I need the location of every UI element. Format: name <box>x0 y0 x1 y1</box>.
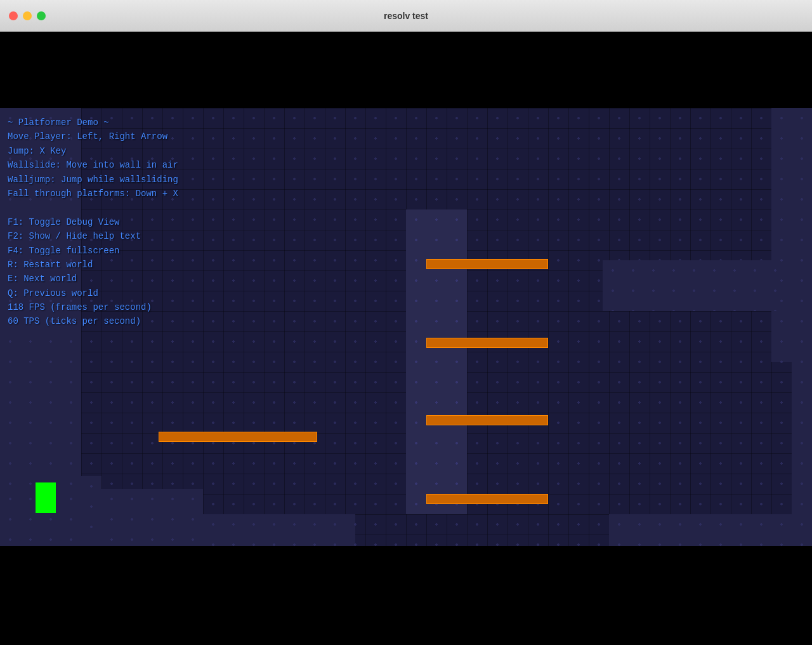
hud-line-9: R: Restart world <box>8 258 178 272</box>
game-area[interactable]: ~ Platformer Demo ~ Move Player: Left, R… <box>0 108 812 546</box>
orange-platform-4 <box>159 432 317 442</box>
hud-tps: 60 TPS (ticks per second) <box>8 314 178 328</box>
hud-spacer <box>8 201 178 215</box>
platform-floor-left <box>0 489 203 546</box>
hud-line-10: E: Next world <box>8 272 178 286</box>
hud-line-5: Fall through platforms: Down + X <box>8 187 178 201</box>
hud-overlay: ~ Platformer Demo ~ Move Player: Left, R… <box>8 116 178 329</box>
hud-line-1: Move Player: Left, Right Arrow <box>8 130 178 143</box>
window-title: resolv test <box>384 11 428 21</box>
orange-platform-5 <box>426 494 548 504</box>
maximize-button[interactable] <box>37 11 46 20</box>
titlebar: resolv test <box>0 0 812 32</box>
hud-line-2: Jump: X Key <box>8 144 178 158</box>
platform-right-upper <box>771 108 812 362</box>
close-button[interactable] <box>9 11 18 20</box>
hud-line-7: F2: Show / Hide help text <box>8 229 178 243</box>
top-black-bar <box>0 32 812 108</box>
platform-inner-left <box>81 476 102 546</box>
hud-line-0: ~ Platformer Demo ~ <box>8 116 178 130</box>
hud-line-3: Wallslide: Move into wall in air <box>8 158 178 172</box>
platform-floor-mid <box>203 514 355 546</box>
hud-fps: 118 FPS (frames per second) <box>8 300 178 314</box>
bottom-black-bar <box>0 546 812 645</box>
orange-platform-2 <box>426 338 548 348</box>
hud-line-6: F1: Toggle Debug View <box>8 215 178 229</box>
hud-line-4: Walljump: Jump while wallsliding <box>8 173 178 187</box>
player <box>36 482 56 513</box>
platform-top-right <box>603 260 780 311</box>
platform-floor-right <box>609 514 812 546</box>
hud-line-8: F4: Toggle fullscreen <box>8 244 178 258</box>
orange-platform-1 <box>426 259 548 269</box>
window-controls <box>9 11 46 20</box>
minimize-button[interactable] <box>23 11 32 20</box>
hud-line-11: Q: Previous world <box>8 286 178 300</box>
orange-platform-3 <box>426 415 548 425</box>
platform-mid-wall <box>406 209 467 514</box>
